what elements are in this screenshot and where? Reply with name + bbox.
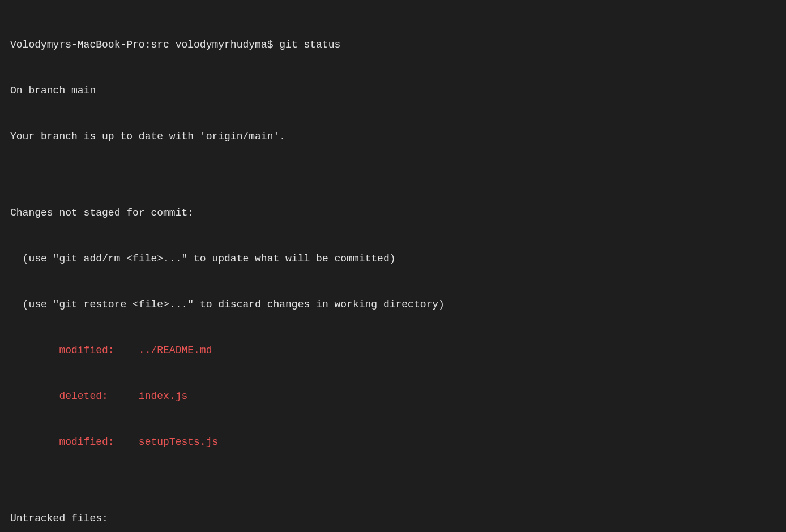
command-line: Volodymyrs-MacBook-Pro:src volodymyrhudy…	[10, 37, 776, 53]
file-status-line: modified:../README.md	[10, 343, 776, 358]
status-label: modified:	[59, 435, 138, 450]
status-label: modified:	[59, 343, 138, 358]
command-text: git status	[279, 39, 340, 50]
file-path: setupTests.js	[139, 436, 218, 448]
file-path: index.js	[139, 391, 187, 402]
hint-line: (use "git restore <file>..." to discard …	[10, 297, 776, 312]
file-path: ../README.md	[139, 345, 212, 356]
hint-line: (use "git add/rm <file>..." to update wh…	[10, 251, 776, 267]
branch-line: On branch main	[10, 83, 776, 98]
prompt: Volodymyrs-MacBook-Pro:src volodymyrhudy…	[10, 39, 279, 50]
status-label: deleted:	[59, 389, 138, 404]
terminal-output[interactable]: Volodymyrs-MacBook-Pro:src volodymyrhudy…	[10, 7, 776, 532]
file-status-line: deleted:index.js	[10, 389, 776, 404]
file-status-line: modified:setupTests.js	[10, 435, 776, 450]
uptodate-line: Your branch is up to date with 'origin/m…	[10, 129, 776, 144]
section-header: Changes not staged for commit:	[10, 205, 776, 221]
section-header: Untracked files:	[10, 511, 776, 526]
